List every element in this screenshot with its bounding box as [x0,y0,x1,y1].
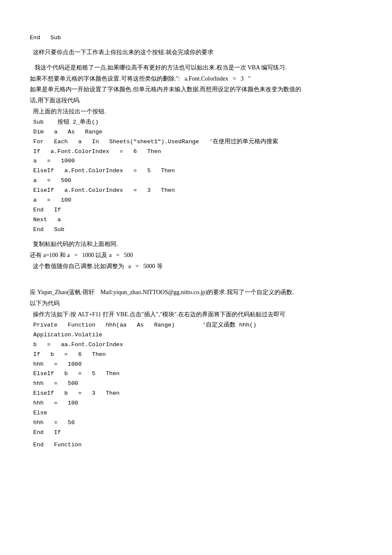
text-para-7: 如果是单元格内一开始设置了字体颜色.但单元格内并未输入数据.而想用设定的字体颜色… [30,84,362,95]
code-line-16: a = 500 [30,176,362,186]
text-para-24: 还有 a=100 和 a = 1000 以及 a = 500 [30,250,362,260]
text-para-23: 复制粘贴代码的方法和上面相同. [30,239,362,249]
code-line-15: ElseIf a.Font.ColorIndex = 5 Then [30,166,362,176]
code-line-19: End If [30,205,362,215]
code-line-10: Sub 按钮 2_单击() [30,118,362,127]
code-line-35: hhh = 1000 [30,360,362,370]
text-para-6: 如果不想要单元格的字体颜色设置.可将这些类似的删除.": a.Font.Colo… [30,74,362,84]
code-line-14: a = 1000 [30,156,362,166]
main-content: End Sub 这样只要你点击一下工作表上你拉出来的这个按钮.就会完成你的要求 … [30,26,362,450]
text-para-29: 以下为代码 [30,298,362,309]
code-line-1: End Sub [30,33,362,43]
code-line-31: Private Function hhh(aa As Range) '自定义函数… [30,321,362,330]
code-line-36: ElseIf b = 5 Then [30,369,362,379]
gap-4 [30,58,362,63]
code-line-40: Else [30,408,362,418]
code-line-44: End Function [30,440,362,450]
code-line-37: hhh = 500 [30,379,362,389]
text-para-25: 这个数值随你自己调整.比如调整为 a = 5000 等 [30,261,362,272]
gap-26 [30,272,362,280]
gap-0 [30,26,362,33]
code-line-39: hhh = 100 [30,399,362,408]
code-line-33: b = aa.Font.ColorIndex [30,340,362,350]
code-line-17: ElseIf a.Font.ColorIndex = 3 Then [30,186,362,196]
code-line-38: ElseIf b = 3 Then [30,389,362,399]
text-para-9: 用上面的方法拉出一个按钮. [30,107,362,117]
code-line-42: End If [30,428,362,438]
text-para-30: 操作方法如下:按 ALT+F11 打开 VBE.点击"插入","模块".在右边的… [30,309,362,320]
code-line-11: Dim a As Range [30,127,362,137]
gap-2 [30,43,362,47]
code-line-12: For Each a In Sheets("sheet1").UsedRange… [30,137,362,147]
code-line-32: Application.Volatile [30,330,362,340]
text-para-3: 这样只要你点击一下工作表上你拉出来的这个按钮.就会完成你的要求 [30,47,362,58]
gap-27 [30,280,362,287]
text-para-28: 应 Yiqun_Zhao(蓝帆·雨轩 Mail:yiqun_zhao.NITTO… [30,287,362,298]
code-line-20: Next a [30,215,362,225]
code-line-13: If a.Font.ColorIndex = 6 Then [30,147,362,157]
code-line-18: a = 100 [30,196,362,205]
gap-22 [30,235,362,239]
code-line-34: If b = 6 Then [30,350,362,360]
text-para-5: 我这个代码还是粗糙了一点.如果哪位高手有更好的方法也可以贴出来.权当是一次 VB… [30,63,362,73]
code-line-41: hhh = 50 [30,418,362,428]
text-para-8: 话,用下面这段代码. [30,95,362,106]
code-line-21: End Sub [30,225,362,235]
